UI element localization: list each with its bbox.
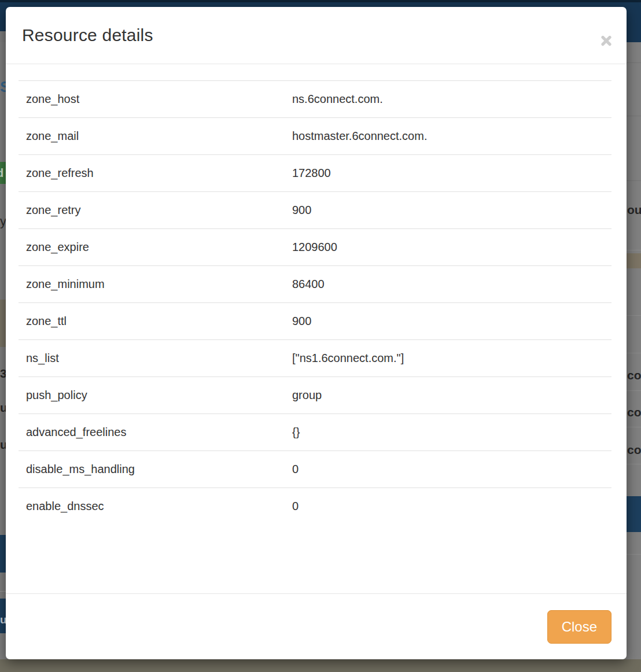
resource-details-modal: Resource details zone_host ns.6connect.c… [6,7,627,659]
dimmed-table-divider [627,353,641,353]
dimmed-table-divider [627,250,641,250]
close-icon[interactable] [600,34,613,47]
modal-title: Resource details [22,25,153,45]
row-value: hostmaster.6connect.com. [292,130,611,143]
dimmed-table-divider [627,180,641,181]
close-button[interactable]: Close [547,610,611,644]
row-key: zone_refresh [19,167,292,180]
table-row: zone_host ns.6connect.com. [19,80,611,117]
row-key: enable_dnssec [19,500,292,513]
row-value: group [292,389,611,402]
row-key: zone_host [19,93,292,106]
table-row: advanced_freelines {} [19,413,611,451]
dimmed-text-fragment: co [627,444,641,456]
dimmed-table-divider [627,315,641,316]
row-value: ns.6connect.com. [292,93,611,106]
dimmed-blue-button: u [0,599,6,633]
dimmed-highlight-row [627,253,641,268]
table-row: push_policy group [19,376,611,413]
table-row: disable_ms_handling 0 [19,451,611,488]
modal-footer: Close [6,593,627,659]
dimmed-button-label: d [0,167,3,179]
table-row: ns_list ["ns1.6connect.com."] [19,339,611,376]
dimmed-table-divider [0,591,6,592]
modal-header: Resource details [6,7,627,64]
row-value: 0 [292,500,611,513]
row-value: 900 [292,315,611,328]
dimmed-blue-button [627,496,641,532]
dimmed-table-divider [627,62,641,63]
row-key: zone_expire [19,241,292,254]
dimmed-table-divider [627,464,641,464]
table-row: zone_minimum 86400 [19,265,611,302]
table-row: zone_mail hostmaster.6connect.com. [19,117,611,154]
table-row: zone_retry 900 [19,191,611,228]
row-key: disable_ms_handling [19,463,292,476]
row-key: zone_ttl [19,315,292,328]
dimmed-table-divider [627,427,641,427]
row-key: push_policy [19,389,292,402]
dimmed-text-fragment: co [627,406,641,418]
dimmed-highlight-row [0,300,6,347]
table-row: zone_expire 1209600 [19,228,611,265]
dimmed-text-fragment: ou [627,204,641,216]
modal-body: zone_host ns.6connect.com. zone_mail hos… [6,64,627,593]
row-key: zone_minimum [19,278,292,291]
row-value: {} [292,426,611,439]
row-key: advanced_freelines [19,426,292,439]
dimmed-table-divider [627,554,641,555]
dimmed-blue-button [0,535,6,573]
row-key: zone_retry [19,204,292,217]
row-value: 86400 [292,278,611,291]
dimmed-text-fragment: co [627,369,641,381]
row-value: 1209600 [292,241,611,254]
dimmed-page-footer [0,659,641,672]
dimmed-table-divider [627,116,641,116]
row-value: 900 [292,204,611,217]
row-value: ["ns1.6connect.com."] [292,352,611,365]
dimmed-page-edge [0,31,6,42]
resource-details-table: zone_host ns.6connect.com. zone_mail hos… [19,80,611,525]
row-key: ns_list [19,352,292,365]
dimmed-button-label: u [0,614,6,625]
dimmed-green-button: d [0,162,6,184]
table-row: zone_ttl 900 [19,302,611,339]
row-value: 0 [292,463,611,476]
dimmed-table-divider [627,390,641,391]
table-row: enable_dnssec 0 [19,488,611,525]
screen: S d y 3 u u ou co co co u Resource detai… [0,0,641,672]
table-row: zone_refresh 172800 [19,154,611,191]
row-value: 172800 [292,167,611,180]
row-key: zone_mail [19,130,292,143]
